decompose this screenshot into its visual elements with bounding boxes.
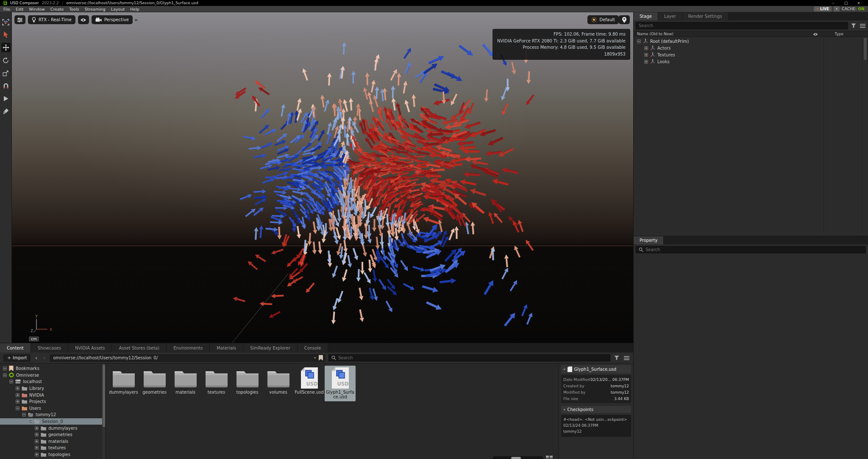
expand-toggle-icon[interactable]: +	[644, 53, 648, 57]
tree-item-omniverse[interactable]: −Omniverse	[0, 372, 106, 379]
menu-item-window[interactable]: Window	[29, 7, 45, 11]
column-type-label[interactable]: Type	[835, 32, 843, 36]
stage-search-input[interactable]	[639, 23, 845, 28]
menu-item-file[interactable]: File	[3, 7, 10, 11]
expand-toggle-icon[interactable]: +	[35, 433, 39, 437]
details-header[interactable]: ▾ Glyph1_Surface.usd	[561, 365, 631, 373]
tab-property[interactable]: Property	[634, 236, 664, 244]
expand-toggle-icon[interactable]: −	[9, 380, 13, 383]
tree-item-library[interactable]: +Library	[0, 385, 106, 392]
tab-nvidia-assets[interactable]: NVIDIA Assets	[68, 343, 112, 353]
column-name-label[interactable]: Name (Old to New)	[637, 32, 673, 36]
viewport-settings-button[interactable]	[14, 15, 25, 24]
tree-item-topologies[interactable]: +topologies	[0, 451, 106, 458]
renderer-selector[interactable]: RTX - Real-Time	[28, 15, 75, 24]
tab-layer[interactable]: Layer	[658, 12, 682, 20]
tool-select[interactable]	[1, 30, 11, 39]
tab-showcases[interactable]: Showcases	[31, 343, 68, 353]
tree-item-localhost[interactable]: −localhost	[0, 378, 106, 385]
content-filter-button[interactable]	[613, 355, 620, 361]
menu-item-streaming[interactable]: Streaming	[85, 7, 106, 11]
tree-item-geometries[interactable]: +geometries	[0, 431, 106, 438]
stage-scrollbar-thumb[interactable]	[864, 38, 867, 60]
stage-filter-button[interactable]	[850, 22, 857, 29]
expand-toggle-icon[interactable]: −	[22, 413, 26, 417]
tab-console[interactable]: Console	[298, 343, 328, 353]
file-tile-topologies[interactable]: topologies	[232, 366, 263, 401]
expand-toggle-icon[interactable]: +	[35, 439, 39, 443]
expand-toggle-icon[interactable]: +	[16, 386, 19, 390]
path-input[interactable]	[50, 355, 312, 360]
live-dropdown-button[interactable]: ▾	[834, 6, 840, 11]
tree-item-bookmarks[interactable]: −Bookmarks	[0, 365, 106, 372]
tab-asset-stores-beta[interactable]: Asset Stores (beta)	[112, 343, 167, 353]
back-button[interactable]: ‹	[33, 355, 39, 361]
checkpoint-entry[interactable]: #<head>. <Not usin...eckpoint>02/13/24 0…	[561, 415, 631, 437]
tab-environments[interactable]: Environments	[167, 343, 210, 353]
file-tile-textures[interactable]: textures	[201, 366, 232, 401]
tool-paint[interactable]	[1, 106, 11, 116]
tree-item-session-0[interactable]: −Session_0	[0, 418, 106, 425]
expand-toggle-icon[interactable]: +	[16, 400, 19, 403]
thumbnail-size-slider[interactable]	[493, 456, 543, 459]
checkpoints-header[interactable]: ▾ Checkpoints	[561, 406, 631, 413]
file-tile-geometries[interactable]: geometries	[139, 366, 170, 401]
import-button[interactable]: + Import	[3, 354, 31, 362]
content-search-input[interactable]	[338, 355, 607, 360]
expand-toggle-icon[interactable]: −	[637, 39, 641, 43]
stage-prim-row-actors[interactable]: +Actors	[634, 45, 868, 51]
expand-toggle-icon[interactable]: −	[16, 406, 19, 410]
menu-item-help[interactable]: Help	[130, 7, 139, 11]
stage-prim-row-textures[interactable]: +Textures	[634, 51, 868, 58]
stage-prim-row-looks[interactable]: +Looks	[634, 58, 868, 65]
lighting-mode-button[interactable]: Default	[587, 15, 619, 24]
path-dropdown-icon[interactable]: ▾	[312, 356, 318, 360]
grid-view-icon[interactable]	[546, 456, 553, 459]
tool-snap[interactable]	[1, 81, 11, 90]
content-options-button[interactable]	[623, 355, 630, 361]
minimize-button[interactable]: –	[827, 0, 840, 6]
slider-handle[interactable]	[511, 457, 521, 459]
file-tile-volumes[interactable]: volumes	[263, 366, 294, 401]
tree-item-projects[interactable]: +Projects	[0, 398, 106, 405]
tool-move[interactable]	[1, 43, 11, 52]
camera-selector[interactable]: Perspective	[92, 15, 133, 24]
stage-options-button[interactable]	[859, 22, 866, 29]
glyph-vector-field[interactable]	[12, 12, 633, 343]
menu-item-layout[interactable]: Layout	[111, 7, 125, 11]
expand-toggle-icon[interactable]: −	[28, 420, 32, 423]
forward-button[interactable]: ›	[42, 355, 47, 361]
bookmark-icon[interactable]	[318, 355, 326, 361]
file-tile-glyph1-surface-usd[interactable]: USDGlyph1_Surface.usd	[325, 366, 356, 401]
toolbar-expand-chevron[interactable]: »	[134, 17, 138, 23]
stage-prim-row-root-defaultprim[interactable]: −Root (defaultPrim)	[634, 38, 868, 45]
tab-content[interactable]: Content	[0, 343, 31, 353]
menu-item-create[interactable]: Create	[50, 7, 64, 11]
tool-selection-frame[interactable]	[1, 17, 11, 27]
live-button[interactable]: ⚡ LIVE	[814, 6, 832, 11]
tool-scale[interactable]	[1, 68, 11, 78]
expand-toggle-icon[interactable]: +	[644, 46, 648, 50]
menu-item-tools[interactable]: Tools	[69, 7, 79, 11]
file-tile-materials[interactable]: materials	[170, 366, 201, 401]
visibility-button[interactable]	[78, 15, 89, 24]
tree-item-tommy12[interactable]: −tommy12	[0, 411, 106, 418]
content-tree-scroll-thumb[interactable]	[103, 364, 105, 427]
tree-item-nvidia[interactable]: +NVIDIA	[0, 392, 106, 398]
expand-toggle-icon[interactable]: +	[35, 426, 39, 430]
expand-toggle-icon[interactable]: +	[16, 393, 19, 397]
expand-toggle-icon[interactable]: +	[644, 60, 648, 64]
tab-render-settings[interactable]: Render Settings	[682, 12, 729, 20]
menu-item-edit[interactable]: Edit	[16, 7, 23, 11]
file-tile-dummylayers[interactable]: dummylayers	[108, 366, 139, 401]
expand-toggle-icon[interactable]: −	[3, 367, 7, 370]
tab-materials[interactable]: Materials	[210, 343, 243, 353]
tree-item-materials[interactable]: +materials	[0, 438, 106, 445]
tree-item-dummylayers[interactable]: +dummylayers	[0, 425, 106, 431]
content-tree-scrollbar[interactable]	[102, 364, 106, 459]
file-tile-fullscene-usd[interactable]: USDFullScene.usd	[294, 366, 325, 401]
tool-rotate[interactable]	[1, 56, 11, 65]
tree-item-users[interactable]: −Users	[0, 405, 106, 412]
tree-item-textures[interactable]: +textures	[0, 445, 106, 451]
waypoint-button[interactable]	[619, 15, 630, 24]
